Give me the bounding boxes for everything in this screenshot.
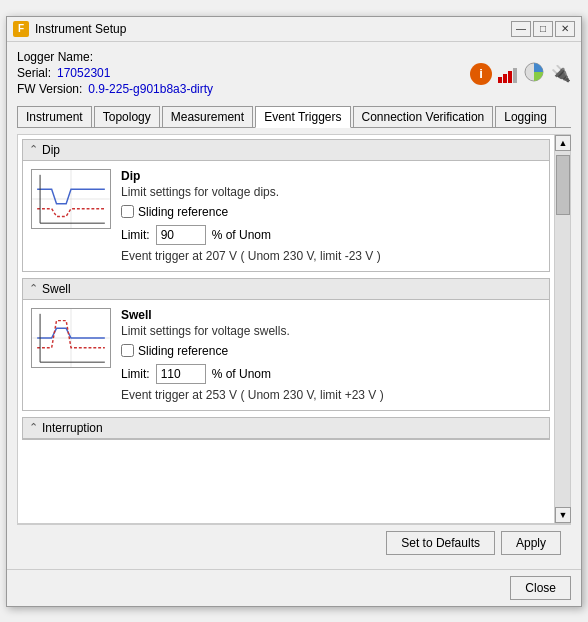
dip-arrow-icon: ⌃ [29, 143, 38, 156]
close-button[interactable]: Close [510, 576, 571, 600]
swell-limit-row: Limit: % of Unom [121, 364, 541, 384]
swell-section-title: Swell [42, 282, 71, 296]
interruption-arrow-icon: ⌃ [29, 421, 38, 434]
scroll-content: ⌃ Dip [18, 135, 554, 523]
apply-button[interactable]: Apply [501, 531, 561, 555]
titlebar: F Instrument Setup — □ ✕ [7, 17, 581, 42]
dip-sliding-reference-label: Sliding reference [138, 205, 228, 219]
signal-bar-2 [503, 74, 507, 83]
tab-instrument[interactable]: Instrument [17, 106, 92, 127]
window-title: Instrument Setup [35, 22, 126, 36]
dip-description: Limit settings for voltage dips. [121, 185, 541, 199]
tab-event-triggers[interactable]: Event Triggers [255, 106, 350, 128]
info-icon-letter: i [479, 66, 483, 81]
signal-bar-1 [498, 77, 502, 83]
swell-description: Limit settings for voltage swells. [121, 324, 541, 338]
fw-label: FW Version: [17, 82, 82, 96]
titlebar-buttons: — □ ✕ [511, 21, 575, 37]
serial-value: 17052301 [57, 66, 110, 80]
scroll-down-button[interactable]: ▼ [555, 507, 571, 523]
plug-icon[interactable]: 🔌 [551, 64, 571, 83]
logger-name-line: Logger Name: [17, 50, 213, 64]
minimize-button[interactable]: — [511, 21, 531, 37]
dip-event-info: Event trigger at 207 V ( Unom 230 V, lim… [121, 249, 541, 263]
serial-line: Serial: 17052301 [17, 66, 213, 80]
swell-section-header[interactable]: ⌃ Swell [23, 279, 549, 300]
swell-sliding-reference-checkbox[interactable] [121, 344, 134, 357]
footer-bar: Close [7, 569, 581, 606]
scroll-up-button[interactable]: ▲ [555, 135, 571, 151]
tab-measurement[interactable]: Measurement [162, 106, 253, 127]
dip-sliding-reference-row: Sliding reference [121, 205, 541, 219]
interruption-section: ⌃ Interruption [22, 417, 550, 440]
tab-connection-verification[interactable]: Connection Verification [353, 106, 494, 127]
bottom-action-bar: Set to Defaults Apply [17, 524, 571, 561]
signal-bar-4 [513, 68, 517, 83]
swell-sliding-reference-label: Sliding reference [138, 344, 228, 358]
tab-topology[interactable]: Topology [94, 106, 160, 127]
info-status-icon[interactable]: i [470, 63, 492, 85]
scroll-thumb[interactable] [556, 155, 570, 215]
serial-label: Serial: [17, 66, 51, 80]
interruption-section-header[interactable]: ⌃ Interruption [23, 418, 549, 439]
close-window-button[interactable]: ✕ [555, 21, 575, 37]
instrument-setup-window: F Instrument Setup — □ ✕ Logger Name: Se… [6, 16, 582, 607]
swell-limit-label: Limit: [121, 367, 150, 381]
dip-limit-label: Limit: [121, 228, 150, 242]
scrollbar: ▲ ▼ [554, 135, 570, 523]
swell-waveform-preview [31, 308, 111, 368]
fw-line: FW Version: 0.9-225-g901b8a3-dirty [17, 82, 213, 96]
dip-waveform-preview [31, 169, 111, 229]
dip-details: Dip Limit settings for voltage dips. Sli… [121, 169, 541, 263]
swell-sliding-reference-row: Sliding reference [121, 344, 541, 358]
signal-bar-3 [508, 71, 512, 83]
tabs-bar: Instrument Topology Measurement Event Tr… [17, 104, 571, 128]
swell-event-info: Event trigger at 253 V ( Unom 230 V, lim… [121, 388, 541, 402]
dip-limit-input[interactable] [156, 225, 206, 245]
dip-title: Dip [121, 169, 541, 183]
dip-sliding-reference-checkbox[interactable] [121, 205, 134, 218]
info-labels: Logger Name: Serial: 17052301 FW Version… [17, 50, 213, 98]
logger-name-label: Logger Name: [17, 50, 93, 64]
dip-section-title: Dip [42, 143, 60, 157]
swell-unit-label: % of Unom [212, 367, 271, 381]
status-icons: i 🔌 [470, 61, 571, 86]
swell-title: Swell [121, 308, 541, 322]
info-row: Logger Name: Serial: 17052301 FW Version… [17, 50, 571, 98]
dip-limit-row: Limit: % of Unom [121, 225, 541, 245]
dip-section-body: Dip Limit settings for voltage dips. Sli… [23, 161, 549, 271]
titlebar-left: F Instrument Setup [13, 21, 126, 37]
maximize-button[interactable]: □ [533, 21, 553, 37]
dip-section-header[interactable]: ⌃ Dip [23, 140, 549, 161]
swell-arrow-icon: ⌃ [29, 282, 38, 295]
swell-section: ⌃ Swell [22, 278, 550, 411]
swell-details: Swell Limit settings for voltage swells.… [121, 308, 541, 402]
interruption-section-title: Interruption [42, 421, 103, 435]
swell-section-body: Swell Limit settings for voltage swells.… [23, 300, 549, 410]
set-to-defaults-button[interactable]: Set to Defaults [386, 531, 495, 555]
app-icon: F [13, 21, 29, 37]
scroll-track [555, 151, 570, 507]
content-area: Logger Name: Serial: 17052301 FW Version… [7, 42, 581, 569]
signal-icon[interactable] [498, 65, 517, 83]
dip-section: ⌃ Dip [22, 139, 550, 272]
pie-chart-icon[interactable] [523, 61, 545, 86]
tab-logging[interactable]: Logging [495, 106, 556, 127]
swell-limit-input[interactable] [156, 364, 206, 384]
main-area: ⌃ Dip [17, 134, 571, 524]
dip-unit-label: % of Unom [212, 228, 271, 242]
fw-value: 0.9-225-g901b8a3-dirty [88, 82, 213, 96]
